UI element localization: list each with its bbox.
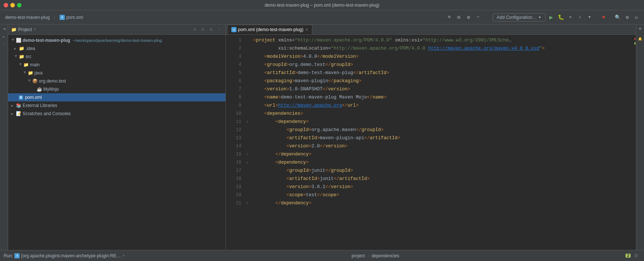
run-with-dropdown-icon[interactable]: ▼ <box>586 13 594 21</box>
tree-item-idea[interactable]: ▶ 📁 .idea <box>8 44 225 53</box>
code-content[interactable]: <project xmlns="http://maven.apache.org/… <box>250 35 636 250</box>
fold-icon-9 <box>244 101 250 110</box>
root-path: ~/workspace/java/learning/demo-test-mave… <box>73 38 162 43</box>
fold-icon-21[interactable]: ▽ <box>244 199 250 207</box>
line-numbers: 1 2 3 4 5 6 7 8 9 10 11 12 13 14 15 16 1… <box>226 35 244 250</box>
title-bar: demo-test-maven-plug – pom.xml (demo-tes… <box>0 0 644 10</box>
settings-main-button[interactable]: ⚙ <box>623 13 631 21</box>
fold-icon-18 <box>244 175 250 183</box>
line-num-5: 5 <box>226 69 241 77</box>
project-panel: 📁 Project ▼ ≡ ⊟ ⚙ − ▶ ⬜ demo-test-maven-… <box>8 24 226 250</box>
breadcrumb-dependencies[interactable]: dependencies <box>372 253 399 258</box>
panel-list-btn[interactable]: ≡ <box>191 26 198 33</box>
minimize-button[interactable] <box>10 3 15 7</box>
tree-item-java[interactable]: ▶ 📁 java <box>8 69 225 77</box>
line-num-14: 14 <box>226 142 241 150</box>
close-button[interactable] <box>4 3 8 7</box>
todo-icon[interactable]: ✓ <box>1 41 7 47</box>
project-tree: ▶ ⬜ demo-test-maven-plug ~/workspace/jav… <box>8 35 225 250</box>
dropdown-icon[interactable]: ▼ <box>33 28 36 31</box>
java-class-icon: ☕ <box>37 87 42 92</box>
tree-item-src[interactable]: ▶ 📁 src <box>8 53 225 61</box>
editor-tab-pomxml[interactable]: X pom.xml (demo-test-maven-plug) ✕ <box>227 25 312 34</box>
toolbar-file-name: pom.xml <box>66 15 83 20</box>
fold-icon-12 <box>244 126 250 134</box>
status-bar: Run: X [org.apache.plugins:maven-archety… <box>0 250 644 261</box>
tree-item-scratches[interactable]: ▶ 📝 Scratches and Consoles <box>8 110 225 118</box>
fold-icon-16[interactable]: ▽ <box>244 158 250 167</box>
add-configuration-button[interactable]: Add Configuration… ▼ <box>493 13 546 21</box>
panel-filter-btn[interactable]: ⊟ <box>199 26 206 33</box>
notifications-icon[interactable]: 🔔 <box>637 36 644 42</box>
run-button[interactable]: ▶ <box>547 13 555 21</box>
expand-arrow-main: ▶ <box>19 63 22 67</box>
fold-icon-20 <box>244 191 250 199</box>
tree-item-mymojo[interactable]: ☕ MyMojo <box>8 85 225 93</box>
right-panel-icons: M 🔔 <box>636 24 644 250</box>
editor-area: X pom.xml (demo-test-maven-plug) ✕ 1 2 3… <box>226 24 636 250</box>
traffic-lights <box>4 3 21 7</box>
dropdown-arrow-icon: ▼ <box>538 16 541 19</box>
line-num-3: 3 <box>226 53 241 61</box>
line-num-11: 11 <box>226 118 241 126</box>
line-num-20: 20 <box>226 191 241 199</box>
stop-button[interactable]: ■ <box>600 13 608 21</box>
settings-icon[interactable]: ⚙ <box>464 13 473 21</box>
add-config-label: Add Configuration… <box>497 15 537 20</box>
folder-icon: 📁 <box>11 27 17 32</box>
fold-icon-8 <box>244 93 250 101</box>
tree-item-external-libs[interactable]: ▶ 📚 External Libraries <box>8 101 225 110</box>
error-mark-1 <box>634 38 635 40</box>
line-num-13: 13 <box>226 134 241 142</box>
run-xml-icon: X <box>14 253 20 258</box>
search-everywhere-button[interactable]: 🔍 <box>614 13 622 21</box>
close-panel-icon[interactable]: − <box>474 13 482 21</box>
maximize-button[interactable] <box>17 3 21 7</box>
line-num-12: 12 <box>226 126 241 134</box>
profile-button[interactable]: ⚡ <box>576 13 584 21</box>
scratches-label: Scratches and Consoles <box>23 111 71 116</box>
coverage-button[interactable]: ☂ <box>566 13 574 21</box>
fold-icon-11[interactable]: ▽ <box>244 118 250 126</box>
tree-item-root[interactable]: ▶ ⬜ demo-test-maven-plug ~/workspace/jav… <box>8 36 225 44</box>
src-label: src <box>26 54 31 59</box>
panel-close-btn[interactable]: − <box>216 26 222 33</box>
list-icon[interactable]: ≡ <box>445 13 453 21</box>
more-button[interactable]: ▷ <box>633 13 641 21</box>
code-editor[interactable]: 1 2 3 4 5 6 7 8 9 10 11 12 13 14 15 16 1… <box>226 35 636 250</box>
fold-icon-10 <box>244 110 250 118</box>
fold-icon-1[interactable] <box>244 36 250 44</box>
line-num-19: 19 <box>226 183 241 191</box>
warning-mark-1 <box>634 42 635 44</box>
fold-icon-13 <box>244 134 250 142</box>
sidebar-icon-strip: P ▶ ✓ <box>0 24 8 250</box>
xml-icon-toolbar: X <box>60 15 65 20</box>
project-name-tab[interactable]: demo-test-maven-plug <box>3 14 52 21</box>
tab-label: pom.xml (demo-test-maven-plug) <box>238 27 303 32</box>
java-label: java <box>34 70 43 76</box>
panel-settings-btn[interactable]: ⚙ <box>208 26 214 33</box>
debug-button[interactable]: 🐛 <box>557 13 565 21</box>
tree-item-package[interactable]: ▶ 📦 org.demo.test <box>8 77 225 85</box>
maven-icon[interactable]: M <box>637 26 644 33</box>
structure-icon[interactable]: P <box>1 26 7 33</box>
line-num-16: 16 <box>226 158 241 167</box>
line-num-2: 2 <box>226 44 241 53</box>
tree-item-main[interactable]: ▶ 📁 main <box>8 61 225 69</box>
folder-main-icon: 📁 <box>23 62 29 67</box>
run-file-label: [org.apache.plugins:maven-archetype-plug… <box>21 253 121 258</box>
expand-arrow-idea: ▶ <box>14 47 18 50</box>
tree-item-pomxml[interactable]: X pom.xml <box>8 93 225 101</box>
folder-java-icon: 📁 <box>28 70 33 76</box>
line-num-10: 10 <box>226 110 241 118</box>
tab-close-button[interactable]: ✕ <box>305 27 308 32</box>
fold-icon-7 <box>244 85 250 93</box>
build-icon[interactable]: ▶ <box>1 33 7 40</box>
file-tab-breadcrumb: X pom.xml <box>57 14 85 21</box>
run-close-icon[interactable]: ✕ <box>122 254 125 258</box>
fold-icon-15[interactable]: ▽ <box>244 150 250 158</box>
line-num-7: 7 <box>226 85 241 93</box>
breadcrumb-project[interactable]: project <box>352 253 365 258</box>
status-settings-icon[interactable]: ⚙ <box>632 252 640 260</box>
filter-icon[interactable]: ⊟ <box>455 13 463 21</box>
